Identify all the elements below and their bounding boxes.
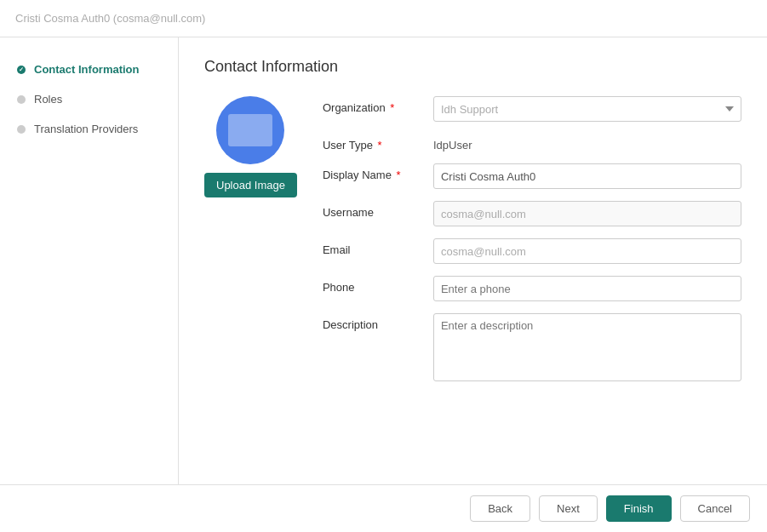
form-body: Upload Image Organization * Idh Support bbox=[204, 96, 741, 393]
sidebar-dot-translation bbox=[17, 125, 26, 134]
footer: Back Next Finish Cancel bbox=[0, 484, 767, 532]
user-type-label: User Type * bbox=[323, 134, 433, 152]
description-label: Description bbox=[323, 313, 433, 331]
display-name-input[interactable] bbox=[433, 163, 741, 189]
avatar-section: Upload Image bbox=[204, 96, 297, 393]
sidebar-dot-roles bbox=[17, 95, 26, 104]
username-label: Username bbox=[323, 201, 433, 219]
sidebar: Contact Information Roles Translation Pr… bbox=[0, 37, 179, 484]
user-type-row: User Type * IdpUser bbox=[323, 134, 741, 152]
back-button[interactable]: Back bbox=[470, 495, 530, 522]
sidebar-item-roles[interactable]: Roles bbox=[0, 84, 178, 114]
description-row: Description bbox=[323, 313, 741, 381]
sidebar-item-translation-providers[interactable]: Translation Providers bbox=[0, 114, 178, 144]
phone-row: Phone bbox=[323, 276, 741, 301]
organization-select[interactable]: Idh Support bbox=[433, 96, 741, 122]
form-title: Contact Information bbox=[204, 58, 741, 76]
phone-input[interactable] bbox=[433, 276, 741, 301]
sidebar-label-contact: Contact Information bbox=[34, 63, 140, 76]
username-row: Username bbox=[323, 201, 741, 226]
username-input[interactable] bbox=[433, 201, 741, 226]
organization-row: Organization * Idh Support bbox=[323, 96, 741, 122]
phone-label: Phone bbox=[323, 276, 433, 294]
header: Cristi Cosma Auth0 (cosma@null.com) bbox=[0, 0, 767, 37]
display-name-label: Display Name * bbox=[323, 163, 433, 181]
next-button[interactable]: Next bbox=[539, 495, 598, 522]
user-type-value: IdpUser bbox=[433, 134, 741, 152]
upload-image-button[interactable]: Upload Image bbox=[204, 173, 297, 197]
finish-button[interactable]: Finish bbox=[606, 495, 672, 522]
email-input[interactable] bbox=[433, 238, 741, 264]
description-textarea[interactable] bbox=[433, 313, 741, 381]
main-content: Contact Information Roles Translation Pr… bbox=[0, 37, 767, 484]
display-name-row: Display Name * bbox=[323, 163, 741, 189]
header-user-info: Cristi Cosma Auth0 (cosma@null.com) bbox=[15, 12, 205, 25]
email-row: Email bbox=[323, 238, 741, 264]
sidebar-dot-contact bbox=[17, 66, 26, 74]
fields-section: Organization * Idh Support User Type * I… bbox=[323, 96, 741, 393]
sidebar-label-roles: Roles bbox=[34, 93, 62, 106]
avatar-placeholder bbox=[228, 114, 272, 146]
cancel-button[interactable]: Cancel bbox=[680, 495, 750, 522]
avatar bbox=[216, 96, 284, 164]
organization-label: Organization * bbox=[323, 96, 433, 114]
email-label: Email bbox=[323, 238, 433, 256]
sidebar-item-contact-information[interactable]: Contact Information bbox=[0, 54, 178, 84]
sidebar-label-translation: Translation Providers bbox=[34, 123, 138, 135]
form-area: Contact Information Upload Image Organiz… bbox=[179, 37, 767, 484]
